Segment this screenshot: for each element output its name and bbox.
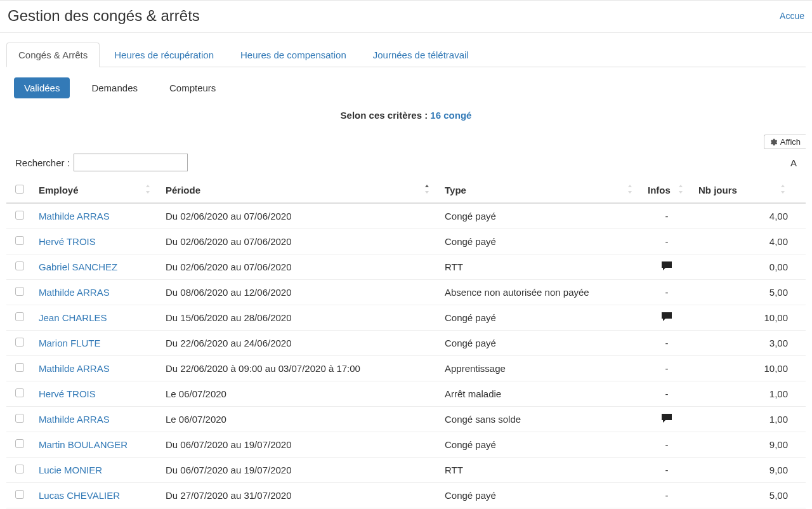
criteria-summary: Selon ces critères : 16 congé xyxy=(6,110,806,121)
period-cell: Du 22/06/2020 au 24/06/2020 xyxy=(159,331,438,356)
infos-cell xyxy=(641,305,692,331)
days-cell: 9,00 xyxy=(692,458,806,483)
employee-link[interactable]: Martin BOULANGER xyxy=(39,439,128,450)
row-checkbox[interactable] xyxy=(15,312,24,321)
comment-icon[interactable] xyxy=(662,261,672,270)
days-cell: 9,00 xyxy=(692,432,806,458)
days-cell: 5,00 xyxy=(692,280,806,305)
sub-tab-2[interactable]: Compteurs xyxy=(159,77,226,98)
table-row: Hervé TROISDu 02/06/2020 au 07/06/2020Co… xyxy=(6,229,806,255)
row-checkbox[interactable] xyxy=(15,287,24,296)
comment-icon[interactable] xyxy=(662,312,672,321)
infos-cell: - xyxy=(641,331,692,356)
sub-tab-0[interactable]: Validées xyxy=(14,77,70,98)
employee-link[interactable]: Mathilde ARRAS xyxy=(39,211,110,221)
employee-link[interactable]: Gabriel SANCHEZ xyxy=(39,261,117,272)
comment-icon[interactable] xyxy=(662,414,672,423)
col-type[interactable]: Type xyxy=(438,178,641,203)
employee-link[interactable]: Hervé TROIS xyxy=(39,388,96,399)
type-cell: Congé payé xyxy=(438,305,641,331)
employee-link[interactable]: Mathilde ARRAS xyxy=(39,287,110,298)
infos-cell xyxy=(641,255,692,280)
sort-both-icon xyxy=(626,185,635,195)
period-cell: Le 06/07/2020 xyxy=(159,407,438,432)
period-cell: Du 15/06/2020 au 28/06/2020 xyxy=(159,305,438,331)
infos-cell: - xyxy=(641,483,692,508)
employee-link[interactable]: Lucie MONIER xyxy=(39,465,102,475)
period-cell: Du 06/07/2020 au 19/07/2020 xyxy=(159,458,438,483)
period-cell: Du 22/06/2020 à 09:00 au 03/07/2020 à 17… xyxy=(159,356,438,381)
type-cell: Congé payé xyxy=(438,203,641,229)
col-infos[interactable]: Infos xyxy=(641,178,692,203)
infos-cell: - xyxy=(641,432,692,458)
days-cell: 10,00 xyxy=(692,356,806,381)
period-cell: Du 06/07/2020 au 19/07/2020 xyxy=(159,432,438,458)
row-checkbox[interactable] xyxy=(15,236,24,245)
infos-cell: - xyxy=(641,381,692,407)
search-input[interactable] xyxy=(74,154,188,171)
days-cell: 4,00 xyxy=(692,203,806,229)
leaves-table: Employé Période Type xyxy=(6,178,806,509)
col-days[interactable]: Nb jours xyxy=(692,178,806,203)
sub-tab-1[interactable]: Demandes xyxy=(81,77,148,98)
gear-icon xyxy=(769,138,777,146)
display-columns-button[interactable]: Affich xyxy=(764,135,806,149)
row-checkbox[interactable] xyxy=(15,439,24,448)
main-tab-0[interactable]: Congés & Arrêts xyxy=(6,43,100,67)
infos-cell: - xyxy=(641,203,692,229)
days-cell: 3,00 xyxy=(692,331,806,356)
breadcrumb-home-link[interactable]: Accue xyxy=(780,11,804,21)
employee-link[interactable]: Lucas CHEVALIER xyxy=(39,490,120,501)
row-checkbox[interactable] xyxy=(15,388,24,397)
search-label: Rechercher : xyxy=(15,157,70,168)
days-cell: 4,00 xyxy=(692,229,806,255)
main-tab-2[interactable]: Heures de compensation xyxy=(228,43,358,67)
table-row: Gabriel SANCHEZDu 02/06/2020 au 07/06/20… xyxy=(6,255,806,280)
table-row: Lucas CHEVALIERDu 27/07/2020 au 31/07/20… xyxy=(6,483,806,508)
period-cell: Du 02/06/2020 au 07/06/2020 xyxy=(159,203,438,229)
col-days-label: Nb jours xyxy=(698,185,737,195)
table-row: Hervé TROISLe 06/07/2020Arrêt maladie-1,… xyxy=(6,381,806,407)
row-checkbox[interactable] xyxy=(15,261,24,270)
main-tab-3[interactable]: Journées de télétravail xyxy=(361,43,481,67)
employee-link[interactable]: Mathilde ARRAS xyxy=(39,414,110,425)
employee-link[interactable]: Marion FLUTE xyxy=(39,338,101,348)
days-cell: 0,00 xyxy=(692,255,806,280)
table-row: Mathilde ARRASDu 08/06/2020 au 12/06/202… xyxy=(6,280,806,305)
employee-link[interactable]: Hervé TROIS xyxy=(39,236,96,247)
type-cell: Congé payé xyxy=(438,432,641,458)
period-cell: Du 08/06/2020 au 12/06/2020 xyxy=(159,280,438,305)
row-checkbox[interactable] xyxy=(15,363,24,372)
main-tab-1[interactable]: Heures de récupération xyxy=(102,43,226,67)
infos-cell: - xyxy=(641,229,692,255)
table-row: Lucie MONIERDu 06/07/2020 au 19/07/2020R… xyxy=(6,458,806,483)
criteria-count-link[interactable]: 16 congé xyxy=(430,110,471,121)
row-checkbox[interactable] xyxy=(15,465,24,473)
type-cell: Congé payé xyxy=(438,483,641,508)
employee-link[interactable]: Mathilde ARRAS xyxy=(39,363,110,374)
row-checkbox[interactable] xyxy=(15,211,24,220)
table-row: Mathilde ARRASDu 22/06/2020 à 09:00 au 0… xyxy=(6,356,806,381)
type-cell: Congé payé xyxy=(438,229,641,255)
type-cell: RTT xyxy=(438,458,641,483)
table-row: Mathilde ARRASLe 06/07/2020Congé sans so… xyxy=(6,407,806,432)
row-checkbox[interactable] xyxy=(15,338,24,347)
row-checkbox[interactable] xyxy=(15,414,24,423)
period-cell: Le 06/07/2020 xyxy=(159,381,438,407)
type-cell: Apprentissage xyxy=(438,356,641,381)
select-all-checkbox[interactable] xyxy=(15,185,24,194)
sort-asc-icon xyxy=(423,185,432,195)
type-cell: Arrêt maladie xyxy=(438,381,641,407)
employee-link[interactable]: Jean CHARLES xyxy=(39,312,107,323)
col-employee-label: Employé xyxy=(39,185,79,195)
col-period[interactable]: Période xyxy=(159,178,438,203)
period-cell: Du 02/06/2020 au 07/06/2020 xyxy=(159,229,438,255)
days-cell: 10,00 xyxy=(692,305,806,331)
col-employee[interactable]: Employé xyxy=(32,178,159,203)
row-checkbox[interactable] xyxy=(15,490,24,499)
table-row: Martin BOULANGERDu 06/07/2020 au 19/07/2… xyxy=(6,432,806,458)
infos-cell: - xyxy=(641,356,692,381)
period-cell: Du 02/06/2020 au 07/06/2020 xyxy=(159,255,438,280)
type-cell: Congé sans solde xyxy=(438,407,641,432)
col-infos-label: Infos xyxy=(648,185,671,195)
